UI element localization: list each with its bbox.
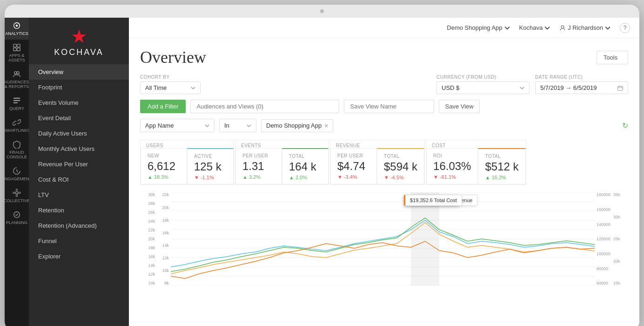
stat-events-total-label: TOTAL	[289, 154, 322, 159]
nav-item-footprint[interactable]: Footprint	[29, 80, 129, 95]
stat-events-total-value: 164 k	[289, 161, 322, 173]
user-selector[interactable]: J Richardson	[559, 24, 610, 31]
nav-sidebar: ★ KOCHAVA Overview Footprint Events Volu…	[29, 18, 129, 326]
sidebar-icon-analytics-label: ANALYTICS	[5, 31, 28, 36]
events-group-label: EVENTS	[235, 140, 329, 148]
cohort-by-select[interactable]: All Time	[140, 82, 201, 94]
cohort-by-label: COHORT BY	[140, 75, 201, 80]
main-content: Demo Shopping App Kochava J Richardson ?	[129, 18, 639, 326]
sidebar-icon-collective[interactable]: COLLECTIVE	[5, 185, 29, 207]
sidebar-icon-query-label: QUERY	[9, 106, 24, 111]
nav-item-event-detail[interactable]: Event Detail	[29, 110, 129, 126]
currency-label: CURRENCY (FROM USD)	[436, 75, 530, 80]
svg-rect-10	[13, 102, 18, 103]
nav-item-retention[interactable]: Retention	[29, 203, 129, 218]
stat-active-change: ▼ -1.1%	[194, 175, 227, 180]
audiences-input[interactable]	[190, 100, 339, 113]
stat-new-value: 6,612	[148, 160, 180, 172]
sidebar-icon-query[interactable]: QUERY	[5, 93, 29, 115]
stat-events-per-user-change: ▲ 3.2%	[242, 174, 275, 180]
date-range-label: DATE RANGE (UTC)	[535, 75, 628, 80]
cost-cards: ROI 16.03% ▼ -61.1% TOTAL $512 k ▲ 16.2%	[426, 148, 525, 184]
stats-section: USERS NEW 6,612 ▲ 18.3% ACTIVE 125 k ▼ -…	[140, 140, 628, 185]
chart-y-right-2: 35k30k25k20k15k	[611, 192, 628, 285]
filter-tag: Demo Shopping App ×	[261, 119, 333, 132]
kochava-name-label: KOCHAVA	[54, 48, 103, 57]
nav-menu: Overview Footprint Events Volume Event D…	[29, 64, 129, 326]
svg-point-13	[16, 195, 18, 197]
stat-new-label: NEW	[148, 153, 180, 158]
chart-y-left-2: 22k20k18k16k14k12k10k8k	[157, 192, 171, 285]
save-view-input[interactable]	[344, 100, 434, 113]
nav-item-overview[interactable]: Overview	[29, 64, 129, 80]
logo-area: ★ KOCHAVA	[29, 18, 129, 64]
save-view-button[interactable]: Save View	[439, 100, 479, 113]
sidebar-icon-collective-label: COLLECTIVE	[5, 198, 30, 203]
sidebar-icon-analytics[interactable]: ANALYTICS	[5, 18, 29, 40]
nav-item-daily-active[interactable]: Daily Active Users	[29, 126, 129, 141]
currency-group: CURRENCY (FROM USD) USD $	[436, 75, 530, 94]
nav-item-explorer[interactable]: Explorer	[29, 249, 129, 264]
cost-group-label: COST	[426, 140, 525, 148]
svg-point-7	[17, 72, 19, 74]
operator-dropdown-label: In	[224, 122, 229, 129]
stat-events-per-user-value: 1.31	[242, 160, 275, 172]
stat-active-value: 125 k	[194, 161, 227, 173]
chart-y-left-1: 30k28k26k24k22k20k18k16k14k12k10k	[140, 192, 157, 285]
org-selector[interactable]: Kochava	[519, 24, 550, 31]
sidebar-icon-apps[interactable]: APPS & ASSETS	[5, 40, 29, 66]
loading-spinner-icon: ↻	[622, 121, 628, 130]
nav-item-events-volume[interactable]: Events Volume	[29, 95, 129, 110]
stat-total-cost: TOTAL $512 k ▲ 16.2%	[478, 148, 525, 184]
app-selector-label: Demo Shopping App	[447, 24, 502, 31]
stat-new-change: ▲ 18.3%	[148, 174, 180, 180]
help-button[interactable]: ?	[620, 23, 630, 33]
svg-rect-8	[13, 98, 20, 99]
sidebar-icon-planning[interactable]: PLANNING	[5, 207, 29, 229]
currency-select[interactable]: USD $	[436, 82, 530, 94]
field-dropdown[interactable]: App Name	[140, 119, 215, 132]
sidebar-icon-engagement[interactable]: ENGAGEMENT	[5, 163, 29, 185]
cohort-by-group: COHORT BY All Time	[140, 75, 201, 94]
filter-tag-label: Demo Shopping App	[266, 122, 322, 129]
nav-item-cost-roi[interactable]: Cost & ROI	[29, 172, 129, 187]
stat-events-per-user-label: PER USER	[242, 153, 275, 158]
stat-roi-label: ROI	[433, 153, 471, 158]
svg-rect-3	[17, 44, 20, 47]
svg-rect-5	[17, 48, 20, 51]
top-header: Demo Shopping App Kochava J Richardson ?	[129, 18, 639, 38]
nav-item-ltv[interactable]: LTV	[29, 187, 129, 203]
date-range-select[interactable]: 5/7/2019 → 6/5/2019	[535, 82, 628, 94]
org-selector-chevron	[544, 25, 550, 31]
add-filter-button[interactable]: Add a Filter	[140, 100, 186, 113]
revenue-cards: PER USER $4.74 ▼ -3.4% TOTAL $594 k ▼ -4…	[330, 148, 424, 184]
cohort-by-value: All Time	[145, 84, 167, 91]
operator-dropdown[interactable]: In	[219, 119, 256, 132]
filter-tag-remove[interactable]: ×	[324, 122, 328, 129]
events-cards: PER USER 1.31 ▲ 3.2% TOTAL 164 k ▲ 2.0%	[235, 148, 329, 184]
app-selector[interactable]: Demo Shopping App	[447, 24, 510, 31]
stat-total-events: TOTAL 164 k ▲ 2.0%	[282, 148, 329, 184]
tools-button[interactable]: Tools	[597, 51, 628, 64]
nav-item-funnel[interactable]: Funnel	[29, 233, 129, 249]
stat-per-user-events: PER USER 1.31 ▲ 3.2%	[235, 148, 282, 184]
svg-rect-18	[618, 86, 623, 90]
page-title: Overview	[140, 48, 206, 67]
sidebar-icon-smartlinks[interactable]: SMARTLINKS	[5, 115, 29, 136]
app-selector-chevron	[504, 25, 510, 31]
chart-svg	[171, 192, 595, 285]
users-cards: NEW 6,612 ▲ 18.3% ACTIVE 125 k ▼ -1.1%	[141, 148, 234, 184]
revenue-group-label: REVENUE	[330, 140, 424, 148]
stat-roi-change: ▼ -61.1%	[433, 174, 471, 180]
nav-item-revenue-per-user[interactable]: Revenue Per User	[29, 156, 129, 172]
svg-point-15	[19, 192, 21, 194]
stat-active-users: ACTIVE 125 k ▼ -1.1%	[187, 148, 234, 184]
svg-point-14	[13, 192, 15, 194]
nav-item-retention-advanced[interactable]: Retention (Advanced)	[29, 218, 129, 233]
kochava-star-icon: ★	[71, 27, 87, 46]
sidebar-icon-audiences[interactable]: AUDIENCES & REPORTS	[5, 66, 29, 93]
currency-value: USD $	[442, 84, 459, 91]
sidebar-icon-fraud[interactable]: FRAUD CONSOLE	[5, 136, 29, 163]
nav-item-monthly-active[interactable]: Monthly Active Users	[29, 141, 129, 156]
stat-cost-total-value: $512 k	[485, 161, 518, 173]
